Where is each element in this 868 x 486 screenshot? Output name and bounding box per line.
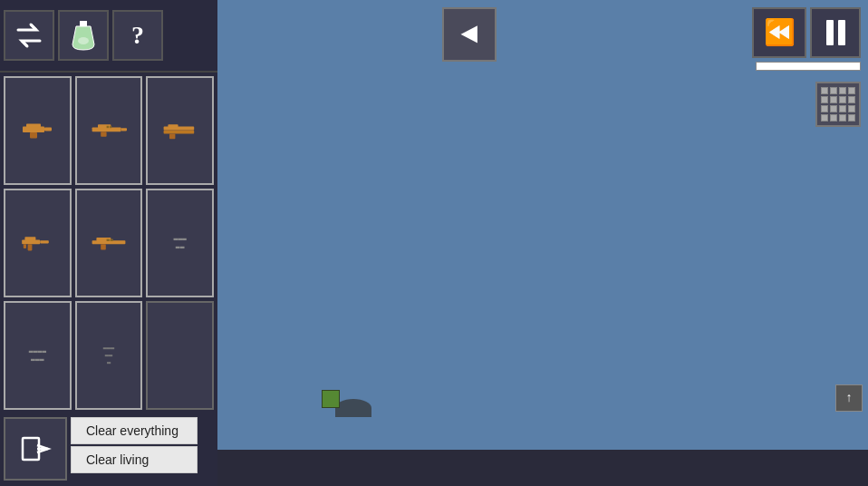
svg-rect-11	[110, 126, 111, 128]
item7-label: ▬▬▬▬▬▬▬	[29, 347, 46, 364]
item-grid: ▬▬▬▬▬ ▬▬▬▬▬▬▬ ▬▬▬▬▬▬	[0, 73, 217, 413]
svg-rect-24	[107, 239, 110, 241]
item8-label: ▬▬▬▬▬▬	[103, 345, 115, 366]
grid-item-empty[interactable]	[146, 301, 214, 410]
grid-item-rifle1[interactable]	[75, 76, 143, 185]
smg-icon	[19, 229, 55, 257]
svg-rect-25	[111, 239, 113, 241]
back-icon: ◄	[460, 18, 477, 52]
top-toolbar: ?	[0, 0, 217, 73]
svg-point-1	[78, 37, 89, 44]
grid-item-rifle2[interactable]	[75, 189, 143, 297]
svg-rect-3	[26, 123, 41, 127]
swap-icon	[14, 21, 43, 50]
svg-rect-10	[107, 126, 109, 128]
bottom-right-icon[interactable]: ↑	[835, 384, 863, 412]
back-button[interactable]: ◄	[442, 7, 497, 62]
svg-rect-19	[28, 244, 33, 250]
svg-rect-15	[169, 134, 175, 140]
rewind-button[interactable]: ⏪	[752, 7, 806, 58]
progress-bar	[757, 63, 860, 70]
bottom-left: Clear everything Clear living	[0, 413, 217, 486]
potion-icon	[69, 19, 98, 52]
swap-button[interactable]	[4, 10, 54, 61]
upload-icon: ↑	[845, 391, 853, 405]
bottom-bar	[217, 450, 868, 486]
rewind-icon: ⏪	[764, 17, 796, 48]
svg-rect-4	[44, 127, 52, 131]
svg-rect-20	[24, 244, 26, 248]
svg-rect-17	[25, 237, 36, 240]
grid-item-pistol[interactable]	[4, 76, 72, 185]
exit-icon	[17, 431, 53, 467]
shotgun-icon	[162, 117, 198, 144]
pistol-icon	[19, 117, 55, 144]
grid-item-shotgun[interactable]	[146, 76, 214, 185]
svg-rect-9	[101, 131, 106, 137]
svg-rect-7	[98, 124, 111, 128]
rifle-icon	[91, 117, 127, 144]
green-square	[322, 390, 340, 408]
grid-item-item8[interactable]: ▬▬▬▬▬▬	[75, 301, 143, 410]
grid-item-smg[interactable]	[4, 189, 72, 297]
top-right-controls: ⏪	[745, 0, 868, 65]
exit-button[interactable]	[4, 417, 67, 481]
potion-button[interactable]	[58, 10, 109, 61]
help-button[interactable]: ?	[112, 10, 163, 61]
grid-toggle-button[interactable]	[815, 82, 861, 127]
pause-icon	[826, 20, 845, 45]
svg-rect-18	[41, 240, 50, 243]
svg-rect-5	[30, 132, 37, 138]
clear-living-button[interactable]: Clear living	[71, 446, 198, 473]
rifle2-icon	[91, 229, 127, 257]
svg-rect-14	[168, 124, 178, 127]
clear-everything-button[interactable]: Clear everything	[71, 417, 198, 444]
context-menu: Clear everything Clear living	[71, 417, 198, 473]
svg-rect-0	[80, 21, 87, 26]
grid-item-item6[interactable]: ▬▬▬▬▬	[146, 189, 214, 297]
shadow-figure	[335, 399, 371, 417]
progress-bar-container	[756, 62, 861, 71]
item6-label: ▬▬▬▬▬	[173, 235, 186, 251]
svg-rect-23	[101, 244, 106, 249]
question-icon: ?	[131, 21, 144, 50]
svg-rect-8	[121, 128, 127, 131]
pause-button[interactable]	[810, 7, 861, 58]
grid-item-item7[interactable]: ▬▬▬▬▬▬▬	[4, 301, 72, 410]
svg-rect-2	[23, 127, 44, 132]
svg-rect-13	[163, 131, 194, 134]
svg-rect-26	[23, 438, 39, 460]
left-panel: ?	[0, 0, 217, 486]
game-area: ◄ ⏪ ↑	[217, 0, 868, 450]
grid-icon	[821, 87, 855, 122]
svg-rect-12	[163, 127, 194, 131]
